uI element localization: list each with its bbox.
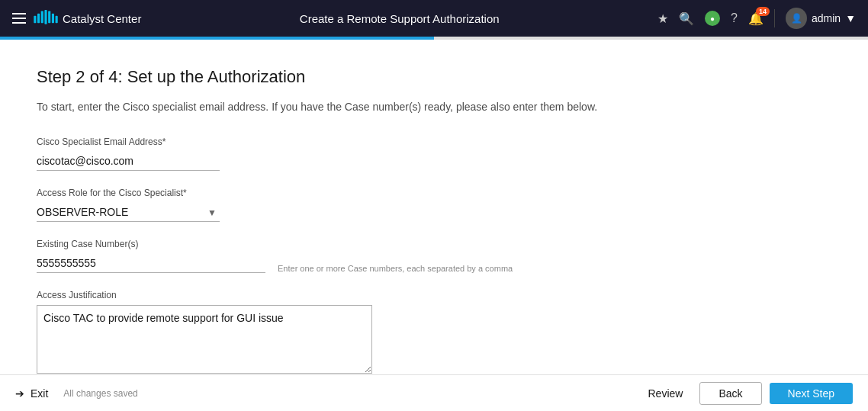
email-input[interactable]: [37, 152, 220, 171]
case-number-input[interactable]: [37, 254, 265, 273]
back-button[interactable]: Back: [699, 382, 761, 405]
svg-rect-4: [48, 11, 50, 24]
notification-icon[interactable]: 🔔 14: [748, 11, 764, 26]
step-description: To start, enter the Cisco specialist ema…: [37, 99, 831, 115]
review-button[interactable]: Review: [638, 383, 692, 404]
user-menu[interactable]: 👤 admin ▼: [786, 8, 856, 29]
role-select-wrapper: OBSERVER-ROLE ADMIN-ROLE ▼: [37, 203, 220, 222]
justification-textarea[interactable]: Cisco TAC to provide remote support for …: [37, 305, 372, 374]
case-hint: Enter one or more Case numbers, each sep…: [278, 264, 513, 273]
justification-field-group: Access Justification Cisco TAC to provid…: [37, 290, 831, 376]
svg-rect-6: [56, 16, 58, 23]
svg-rect-3: [44, 10, 47, 24]
exit-button[interactable]: Exit: [31, 387, 48, 400]
case-number-field-group: Existing Case Number(s) Enter one or mor…: [37, 239, 831, 273]
exit-icon: ➔: [15, 387, 24, 400]
chevron-down-icon: ▼: [845, 12, 856, 24]
cisco-logo: Catalyst Center: [34, 10, 141, 27]
svg-rect-2: [41, 11, 43, 24]
next-step-button[interactable]: Next Step: [770, 383, 853, 404]
username: admin: [812, 12, 841, 24]
help-icon[interactable]: ?: [731, 11, 738, 25]
star-icon[interactable]: ★: [657, 11, 668, 26]
case-label: Existing Case Number(s): [37, 239, 831, 249]
svg-rect-0: [34, 16, 36, 23]
svg-rect-1: [37, 14, 40, 24]
footer: ➔ Exit All changes saved Review Back Nex…: [0, 374, 868, 411]
role-select[interactable]: OBSERVER-ROLE ADMIN-ROLE: [37, 203, 220, 222]
search-icon[interactable]: 🔍: [679, 11, 694, 26]
footer-left: ➔ Exit All changes saved: [15, 387, 138, 400]
changes-saved-status: All changes saved: [63, 388, 137, 399]
email-field-group: Cisco Specialist Email Address*: [37, 136, 831, 171]
top-navigation: Catalyst Center Create a Remote Support …: [0, 0, 868, 37]
avatar: 👤: [786, 8, 807, 29]
footer-right: Review Back Next Step: [638, 382, 853, 405]
menu-icon[interactable]: [12, 13, 26, 24]
role-field-group: Access Role for the Cisco Specialist* OB…: [37, 188, 831, 222]
step-title: Step 2 of 4: Set up the Authorization: [37, 67, 831, 87]
role-label: Access Role for the Cisco Specialist*: [37, 188, 831, 198]
main-content: Step 2 of 4: Set up the Authorization To…: [0, 40, 868, 411]
svg-rect-5: [52, 14, 54, 24]
status-indicator[interactable]: ●: [705, 11, 720, 26]
justification-label: Access Justification: [37, 290, 831, 300]
notification-count: 14: [756, 7, 770, 16]
nav-divider: [774, 9, 775, 27]
email-label: Cisco Specialist Email Address*: [37, 136, 831, 147]
app-title: Catalyst Center: [63, 12, 141, 25]
page-title: Create a Remote Support Authorization: [141, 12, 657, 25]
